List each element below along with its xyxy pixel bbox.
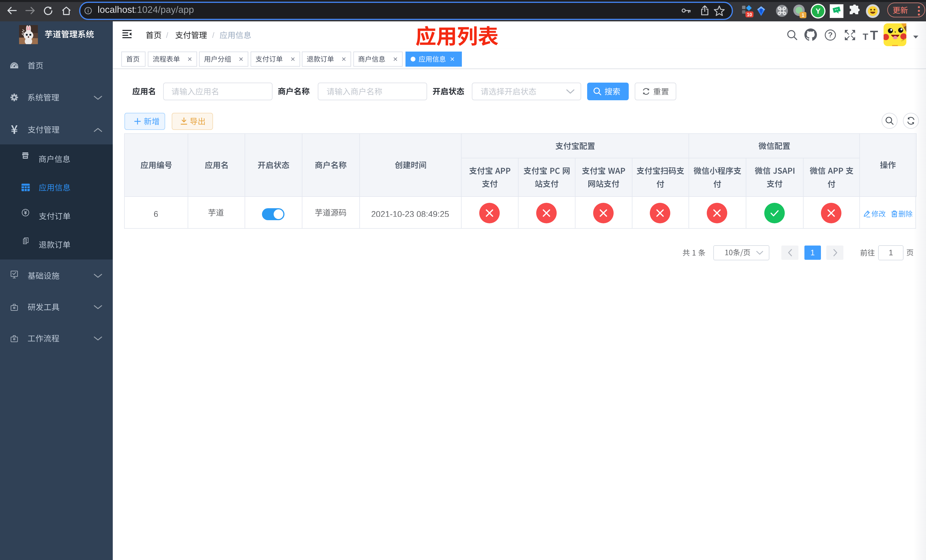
svg-text:Y: Y (816, 7, 820, 15)
svg-text:10: 10 (747, 12, 752, 17)
svg-text:1: 1 (802, 12, 804, 18)
